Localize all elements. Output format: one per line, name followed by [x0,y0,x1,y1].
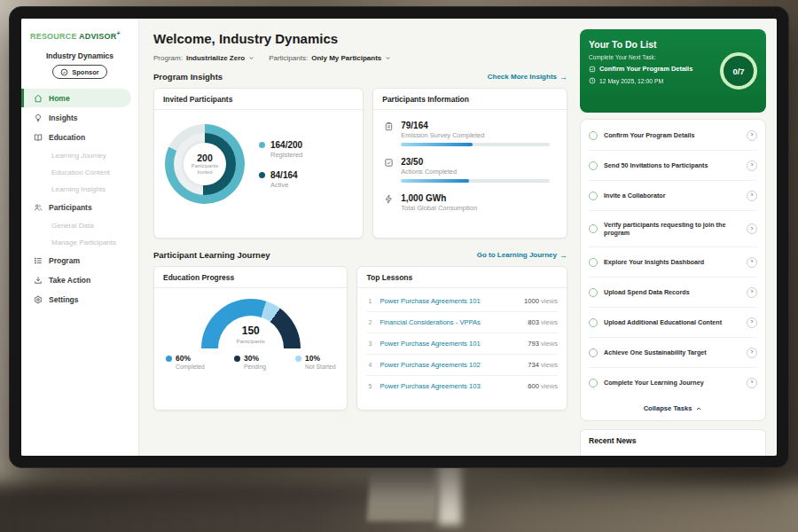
sidebar-item-education[interactable]: Education [21,128,131,146]
task-row[interactable]: Upload Additional Educational Content › [589,308,757,338]
sidebar-item-label: Insights [49,113,78,122]
home-icon [34,94,43,103]
task-checkbox[interactable] [589,318,598,327]
logo-plus: + [116,30,120,36]
arrow-right-icon: → [559,73,567,82]
monitor-bezel: RESOURCE ADVISOR+ Industry Dynamics Spon… [9,6,789,468]
todo-subtitle: Complete Your Next Task: [589,54,692,60]
link-label: Go to Learning Journey [477,251,557,259]
info-row: 1,000 GWh Total Global Consumption [384,193,556,212]
task-label: Upload Additional Educational Content [604,318,740,327]
chevron-right-icon[interactable]: › [747,160,757,171]
sidebar-item-manage-participants[interactable]: Manage Participants [21,234,131,250]
sidebar-item-take-action[interactable]: Take Action [21,270,131,289]
chevron-right-icon[interactable]: › [747,191,757,201]
info-value: 79/164 [401,121,556,130]
lesson-title-link[interactable]: Power Purchase Agreements 102 [379,361,521,369]
sidebar-item-settings[interactable]: Settings [21,290,131,309]
task-row[interactable]: Achieve One Sustainability Target › [589,338,757,368]
task-checkbox[interactable] [589,258,598,267]
check-more-insights-link[interactable]: Check More Insights → [488,73,567,82]
lesson-title-link[interactable]: Power Purchase Agreements 101 [379,340,521,348]
clipboard-icon [384,121,394,146]
gear-icon [34,295,43,304]
collapse-tasks-button[interactable]: Collapse Tasks [589,397,757,420]
task-row[interactable]: Verify participants requesting to join t… [589,211,757,247]
task-checkbox[interactable] [589,288,598,297]
lesson-row: 4 Power Purchase Agreements 102 734views [366,355,558,376]
chevron-right-icon[interactable]: › [747,317,757,328]
chevron-right-icon[interactable]: › [747,348,757,358]
lesson-views-count: 793 [528,340,539,348]
dashboard-screen: RESOURCE ADVISOR+ Industry Dynamics Spon… [21,19,777,456]
go-to-learning-journey-link[interactable]: Go to Learning Journey → [477,251,567,260]
arrow-right-icon: → [559,251,567,260]
sidebar-nav: Home Insights Education Learning Journey… [21,89,138,309]
lesson-title-link[interactable]: Financial Considerations - VPPAs [379,318,521,326]
info-label: Total Global Consumption [401,204,556,212]
task-row[interactable]: Confirm Your Program Details › [589,121,757,151]
todo-due-label: 12 May 2025, 12:00 PM [599,78,663,84]
participants-dropdown-label: Participants: [269,54,308,62]
task-row[interactable]: Complete Your Learning Journey › [589,368,757,397]
participants-dropdown[interactable]: Participants: Only My Participants [269,54,391,62]
invited-participants-card: Invited Participants 200 Participants In… [153,88,364,239]
legend-item: 30% Pending [234,354,266,370]
legend-item: 10% Not Started [295,354,335,370]
program-dropdown[interactable]: Program: Industrialize Zero [153,54,254,62]
sponsor-badge[interactable]: Sponsor [52,65,106,79]
stand-highlight [438,463,461,525]
sidebar-item-learning-journey[interactable]: Learning Journey [21,147,131,163]
sidebar-item-home[interactable]: Home [21,89,131,107]
task-checkbox[interactable] [589,161,598,170]
sidebar-item-label: Participants [49,203,92,212]
chevron-right-icon[interactable]: › [747,378,757,388]
info-row: 79/164 Emission Survey Completed [384,121,556,146]
legend-value: 164/200 [270,140,302,150]
sidebar-item-label: Program [49,256,80,265]
program-insights-header: Program Insights Check More Insights → [153,72,567,82]
legend-label: Active [270,181,298,189]
task-label: Verify participants requesting to join t… [604,221,740,238]
lesson-title-link[interactable]: Power Purchase Agreements 101 [379,297,518,305]
download-action-icon [34,276,43,285]
legend-value: 60% [176,354,205,363]
sidebar-item-insights[interactable]: Insights [21,108,131,127]
sidebar-item-label: Take Action [49,276,90,285]
participants-information-card: Participants Information 79/164 Emission… [372,88,567,239]
energy-bolt-icon [384,194,394,212]
chevron-right-icon[interactable]: › [747,223,757,234]
book-icon [34,133,43,142]
sidebar-item-program[interactable]: Program [21,251,131,270]
lesson-views-count: 734 [528,361,539,369]
sidebar-item-general-data[interactable]: General Data [21,217,131,233]
chevron-right-icon[interactable]: › [747,287,757,298]
task-checkbox[interactable] [589,192,598,200]
lesson-title-link[interactable]: Power Purchase Agreements 103 [379,382,521,390]
chevron-right-icon[interactable]: › [747,257,757,268]
program-dropdown-value: Industrialize Zero [186,54,245,62]
task-row[interactable]: Upload Spend Data Records › [589,278,757,308]
task-checkbox[interactable] [589,348,598,357]
check-square-icon [384,158,394,183]
lesson-rank: 3 [366,340,373,347]
todo-next-task[interactable]: Confirm Your Program Details [589,65,692,73]
checkbox-icon [589,66,596,73]
lesson-views-count: 1000 [524,297,539,305]
sidebar-item-participants[interactable]: Participants [21,198,131,216]
app-logo[interactable]: RESOURCE ADVISOR+ [21,28,138,41]
task-checkbox[interactable] [589,131,598,140]
lesson-views-label: views [541,361,558,369]
task-checkbox[interactable] [589,224,598,233]
task-row[interactable]: Explore Your Insights Dashboard › [589,247,757,278]
chevron-right-icon[interactable]: › [747,130,757,141]
task-row[interactable]: Invite a Collaborator › [589,181,757,211]
sidebar-item-learning-insights[interactable]: Learning Insights [21,181,131,197]
sidebar-item-education-content[interactable]: Education Content [21,164,131,180]
task-checkbox[interactable] [589,379,598,387]
progress-bar [401,143,550,146]
todo-summary-card: Your To Do List Complete Your Next Task:… [580,29,766,113]
legend-value: 10% [305,354,335,363]
lesson-rank: 4 [366,362,373,368]
task-row[interactable]: Send 50 Invitations to Participants › [589,151,757,181]
